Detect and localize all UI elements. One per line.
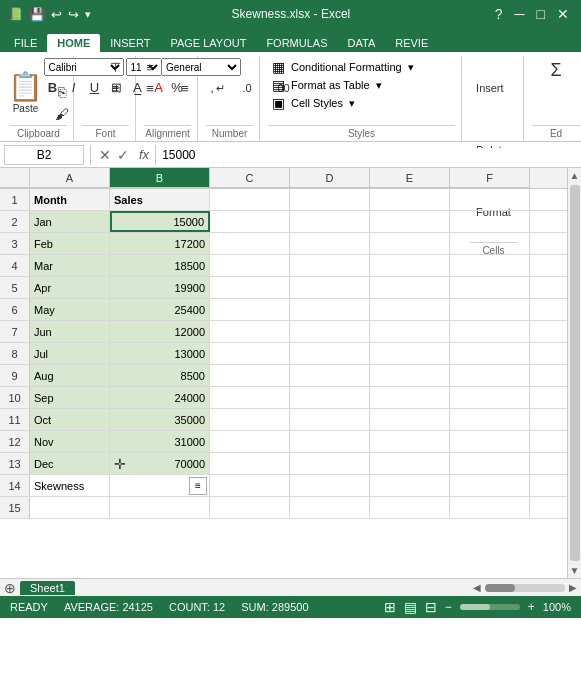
cell-b8[interactable]: 13000 xyxy=(110,343,210,364)
col-header-c[interactable]: C xyxy=(210,168,290,188)
cell-f1[interactable] xyxy=(450,189,530,210)
cell-f13[interactable] xyxy=(450,453,530,474)
cell-a2[interactable]: Jan xyxy=(30,211,110,232)
cell-b2[interactable]: 15000 xyxy=(110,211,210,232)
cell-c3[interactable] xyxy=(210,233,290,254)
cell-e2[interactable] xyxy=(370,211,450,232)
insert-cells-button[interactable]: Insert xyxy=(472,58,508,118)
cell-b1[interactable]: Sales xyxy=(110,189,210,210)
tab-page-layout[interactable]: PAGE LAYOUT xyxy=(160,34,256,52)
cell-f3[interactable] xyxy=(450,233,530,254)
col-header-f[interactable]: F xyxy=(450,168,530,188)
cell-a4[interactable]: Mar xyxy=(30,255,110,276)
cell-d10[interactable] xyxy=(290,387,370,408)
paste-button[interactable]: 📋 Paste xyxy=(4,68,47,116)
zoom-slider[interactable] xyxy=(460,604,520,610)
cell-a10[interactable]: Sep xyxy=(30,387,110,408)
cell-e13[interactable] xyxy=(370,453,450,474)
cell-c1[interactable] xyxy=(210,189,290,210)
cell-b15[interactable] xyxy=(110,497,210,518)
scroll-right-button[interactable]: ▶ xyxy=(569,582,577,593)
help-button[interactable]: ? xyxy=(491,6,507,22)
cell-a7[interactable]: Jun xyxy=(30,321,110,342)
cell-d13[interactable] xyxy=(290,453,370,474)
confirm-formula-button[interactable]: ✓ xyxy=(115,147,131,163)
cell-b6[interactable]: 25400 xyxy=(110,299,210,320)
cell-c4[interactable] xyxy=(210,255,290,276)
number-format-select[interactable]: General xyxy=(161,58,241,76)
cell-e9[interactable] xyxy=(370,365,450,386)
sheet-tab-1[interactable]: Sheet1 xyxy=(20,581,75,595)
tab-review[interactable]: REVIE xyxy=(385,34,438,52)
cell-f11[interactable] xyxy=(450,409,530,430)
italic-button[interactable]: I xyxy=(65,78,83,97)
cell-c9[interactable] xyxy=(210,365,290,386)
cell-b14[interactable]: ≡ xyxy=(110,475,210,496)
sum-button[interactable]: Σ xyxy=(540,58,572,83)
normal-view-button[interactable]: ⊞ xyxy=(384,599,396,615)
cell-f2[interactable] xyxy=(450,211,530,232)
col-header-d[interactable]: D xyxy=(290,168,370,188)
cell-c10[interactable] xyxy=(210,387,290,408)
align-left-button[interactable]: ≡ xyxy=(99,79,131,98)
cell-f9[interactable] xyxy=(450,365,530,386)
cell-e3[interactable] xyxy=(370,233,450,254)
align-top-button[interactable]: ⊤ xyxy=(99,58,131,77)
cell-e14[interactable] xyxy=(370,475,450,496)
cell-d1[interactable] xyxy=(290,189,370,210)
vertical-scrollbar[interactable]: ▲ ▼ xyxy=(567,168,581,578)
cell-a5[interactable]: Apr xyxy=(30,277,110,298)
paste-options-icon[interactable]: ≡ xyxy=(189,477,207,495)
cell-e5[interactable] xyxy=(370,277,450,298)
cell-b11[interactable]: 35000 xyxy=(110,409,210,430)
cell-f10[interactable] xyxy=(450,387,530,408)
cell-a9[interactable]: Aug xyxy=(30,365,110,386)
cell-e12[interactable] xyxy=(370,431,450,452)
cell-a13[interactable]: Dec xyxy=(30,453,110,474)
col-header-a[interactable]: A xyxy=(30,168,110,188)
cell-e10[interactable] xyxy=(370,387,450,408)
add-sheet-button[interactable]: ⊕ xyxy=(4,580,16,596)
cell-c6[interactable] xyxy=(210,299,290,320)
cell-c7[interactable] xyxy=(210,321,290,342)
cell-b7[interactable]: 12000 xyxy=(110,321,210,342)
comma-button[interactable]: , xyxy=(196,78,228,97)
cell-a1[interactable]: Month xyxy=(30,189,110,210)
minimize-button[interactable]: ─ xyxy=(511,6,529,22)
zoom-out-button[interactable]: − xyxy=(445,600,452,614)
formula-input[interactable] xyxy=(158,148,581,162)
cell-d3[interactable] xyxy=(290,233,370,254)
cell-a14[interactable]: Skewness xyxy=(30,475,110,496)
tab-file[interactable]: FILE xyxy=(4,34,47,52)
cell-f4[interactable] xyxy=(450,255,530,276)
cell-b10[interactable]: 24000 xyxy=(110,387,210,408)
cell-e7[interactable] xyxy=(370,321,450,342)
cell-d6[interactable] xyxy=(290,299,370,320)
cell-a6[interactable]: May xyxy=(30,299,110,320)
tab-data[interactable]: DATA xyxy=(338,34,386,52)
quick-access-save[interactable]: 💾 xyxy=(29,7,45,22)
zoom-in-button[interactable]: + xyxy=(528,600,535,614)
cell-e15[interactable] xyxy=(370,497,450,518)
cell-a12[interactable]: Nov xyxy=(30,431,110,452)
cell-c12[interactable] xyxy=(210,431,290,452)
cell-b5[interactable]: 19900 xyxy=(110,277,210,298)
page-break-view-button[interactable]: ⊟ xyxy=(425,599,437,615)
cell-e6[interactable] xyxy=(370,299,450,320)
cell-d15[interactable] xyxy=(290,497,370,518)
bold-button[interactable]: B xyxy=(44,78,62,97)
cell-d7[interactable] xyxy=(290,321,370,342)
cell-c15[interactable] xyxy=(210,497,290,518)
cancel-formula-button[interactable]: ✕ xyxy=(97,147,113,163)
cell-f12[interactable] xyxy=(450,431,530,452)
cell-b4[interactable]: 18500 xyxy=(110,255,210,276)
cell-c8[interactable] xyxy=(210,343,290,364)
cell-f15[interactable] xyxy=(450,497,530,518)
format-as-table-button[interactable]: ▤ Format as Table ▾ xyxy=(268,76,455,94)
col-header-b[interactable]: B xyxy=(110,168,210,188)
cell-a3[interactable]: Feb xyxy=(30,233,110,254)
cell-e8[interactable] xyxy=(370,343,450,364)
quick-access-undo[interactable]: ↩ xyxy=(51,7,62,22)
cell-d14[interactable] xyxy=(290,475,370,496)
cell-d5[interactable] xyxy=(290,277,370,298)
